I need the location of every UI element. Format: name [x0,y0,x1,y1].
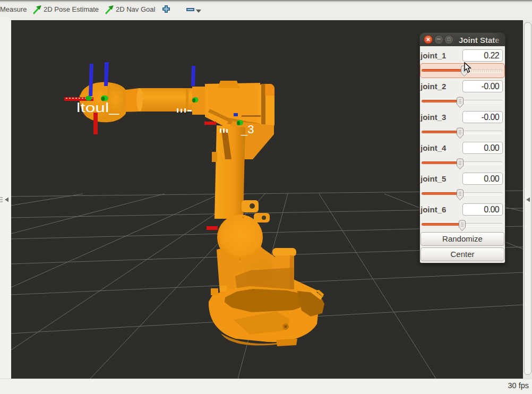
svg-text:_3: _3 [241,123,254,136]
svg-text:ltoul_: ltoul_ [76,101,120,115]
